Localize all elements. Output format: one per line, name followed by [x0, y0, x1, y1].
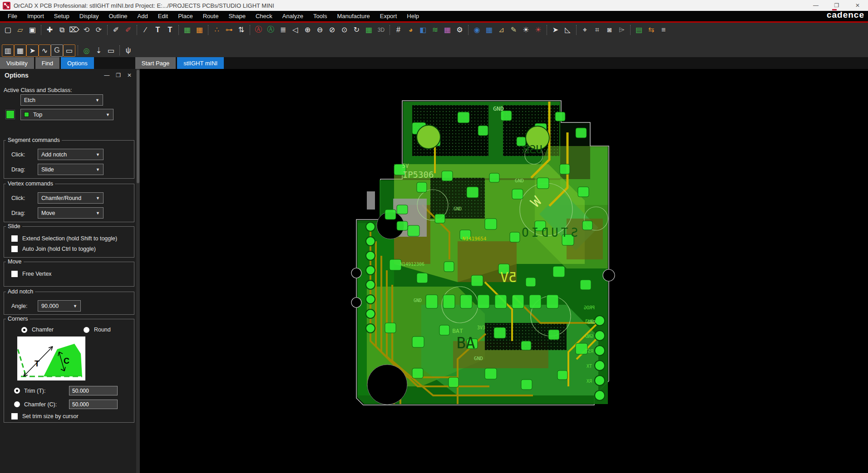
menu-add[interactable]: Add [133, 11, 153, 21]
pcb-pad[interactable] [478, 126, 488, 136]
menu-help[interactable]: Help [402, 11, 424, 21]
pcb-through-hole[interactable] [366, 251, 375, 260]
menu-display[interactable]: Display [74, 11, 104, 21]
design-canvas[interactable]: GNDGNDGNDGNDGNDGNDUSBBATBAIP53065V5VN141… [140, 69, 868, 473]
menu-check[interactable]: Check [251, 11, 277, 21]
grid-toggle-icon[interactable]: # [392, 24, 404, 36]
add-line-icon[interactable]: ∕ [139, 24, 152, 36]
shine-on-icon[interactable]: ☀ [520, 24, 532, 36]
pcb-pad[interactable] [471, 275, 483, 286]
flip-design-icon[interactable]: ◧ [417, 24, 429, 36]
shine-off-icon[interactable]: ☀ [532, 24, 544, 36]
pcb-pad[interactable] [443, 295, 455, 308]
pcb-pad[interactable] [478, 295, 489, 308]
slice-remove-icon[interactable]: ✐ [122, 24, 134, 36]
class-dropdown[interactable]: Etch▼ [20, 94, 103, 106]
add-text-icon[interactable]: T [152, 24, 164, 36]
artwork-brush-icon[interactable]: ✎ [508, 24, 520, 36]
pcb-pad[interactable] [526, 278, 536, 287]
chamfer-value-field[interactable] [69, 400, 118, 409]
menu-place[interactable]: Place [173, 11, 198, 21]
board-preview-icon[interactable]: ▦ [363, 24, 375, 36]
pcb-pad[interactable] [547, 295, 558, 308]
pcb-pad[interactable] [576, 128, 587, 138]
pcb-through-hole[interactable] [366, 324, 375, 333]
segment-drag-dropdown[interactable]: Slide▼ [38, 164, 104, 175]
pcb-pad[interactable] [510, 232, 520, 242]
pcb-pad[interactable] [458, 112, 469, 123]
tab-start-page[interactable]: Start Page [135, 57, 176, 69]
pcb-pad[interactable] [426, 295, 438, 308]
menu-file[interactable]: File [3, 11, 22, 21]
pcb-pad[interactable] [408, 225, 419, 236]
panel-close-icon[interactable]: ✕ [127, 72, 132, 78]
subclass-dropdown[interactable]: Top▼ [20, 109, 113, 120]
trim-value-field[interactable] [69, 386, 118, 395]
pcb-pad[interactable] [578, 187, 589, 197]
route-part-icon[interactable]: ⊶ [223, 24, 235, 36]
reload-design-icon[interactable]: ⇆ [645, 24, 657, 36]
pcb-through-hole[interactable] [366, 280, 375, 289]
pcb-through-hole[interactable] [366, 309, 375, 318]
fanout-vias-icon[interactable]: ψ [122, 44, 134, 57]
trim-radio[interactable] [14, 388, 20, 394]
slice-icon[interactable]: ✐ [110, 24, 122, 36]
pcb-pad[interactable] [417, 182, 427, 192]
pcb-pad[interactable] [553, 266, 565, 277]
tab-options[interactable]: Options [61, 57, 94, 69]
chamfer-size-radio[interactable] [14, 401, 20, 407]
pcb-pad[interactable] [560, 164, 570, 174]
pcb-through-hole[interactable] [595, 361, 605, 371]
pcb-through-hole[interactable] [595, 390, 605, 400]
pcb-pad[interactable] [529, 295, 541, 308]
menu-import[interactable]: Import [22, 11, 49, 21]
pcb-pad[interactable] [512, 189, 523, 199]
place-chip-icon[interactable]: ▦ [14, 44, 26, 57]
place-component-icon[interactable]: ▦ [181, 24, 193, 36]
pcb-pad[interactable] [494, 327, 506, 338]
chamfer-radio[interactable] [21, 327, 27, 333]
layer-stack-icon[interactable]: ≋ [429, 24, 441, 36]
pcb-pad[interactable] [385, 323, 396, 333]
settings-gear-icon[interactable]: ⚙ [454, 24, 466, 36]
move-icon[interactable]: ✚ [44, 24, 56, 36]
pcb-pad[interactable] [521, 380, 532, 390]
pin-tool-icon[interactable]: ⌖ [579, 24, 591, 36]
color-wheel-icon[interactable]: ◕ [404, 24, 417, 36]
save-icon[interactable]: ▣ [26, 24, 39, 36]
select-net-icon[interactable]: ➤ [26, 44, 39, 57]
pcb-through-hole[interactable] [595, 316, 605, 326]
menu-outline[interactable]: Outline [104, 11, 132, 21]
pcb-pad[interactable] [467, 187, 478, 198]
extend-selection-checkbox[interactable] [11, 235, 18, 242]
menu-export[interactable]: Export [375, 11, 402, 21]
camera-settings-icon[interactable]: ◙ [603, 24, 616, 36]
swap-layers-icon[interactable]: ⇅ [235, 24, 247, 36]
edit-text-icon[interactable]: T [164, 24, 176, 36]
pcb-pad[interactable] [495, 295, 507, 308]
undo-icon[interactable]: ⟲ [80, 24, 93, 36]
close-button[interactable]: ✕ [847, 0, 868, 11]
pcb-pad[interactable] [412, 336, 424, 347]
ruler-icon[interactable]: ▭ [105, 44, 117, 57]
pcb-through-hole[interactable] [595, 331, 605, 341]
menu-tools[interactable]: Tools [308, 11, 332, 21]
pcb-pad[interactable] [397, 205, 408, 214]
pcb-pad[interactable] [557, 371, 567, 380]
minimize-button[interactable]: — [805, 0, 826, 11]
redo-icon[interactable]: ⟳ [93, 24, 105, 36]
ratsnest-on-icon[interactable]: Ⓐ [265, 24, 277, 36]
pcb-pad[interactable] [449, 377, 459, 387]
menu-analyze[interactable]: Analyze [277, 11, 308, 21]
pcb-pad[interactable] [521, 341, 531, 350]
pcb-pad[interactable] [485, 219, 497, 229]
new-file-icon[interactable]: ▢ [2, 24, 14, 36]
restore-button[interactable]: ❐ [826, 0, 847, 11]
add-connect-icon[interactable]: ∴ [211, 24, 223, 36]
segment-click-dropdown[interactable]: Add notch▼ [38, 149, 104, 160]
round-radio[interactable] [84, 327, 89, 333]
vertex-drag-dropdown[interactable]: Move▼ [38, 207, 104, 219]
measure-3d-icon[interactable]: ⊿ [495, 24, 508, 36]
menu-setup[interactable]: Setup [49, 11, 74, 21]
export-doc-icon[interactable]: ▤ [633, 24, 645, 36]
